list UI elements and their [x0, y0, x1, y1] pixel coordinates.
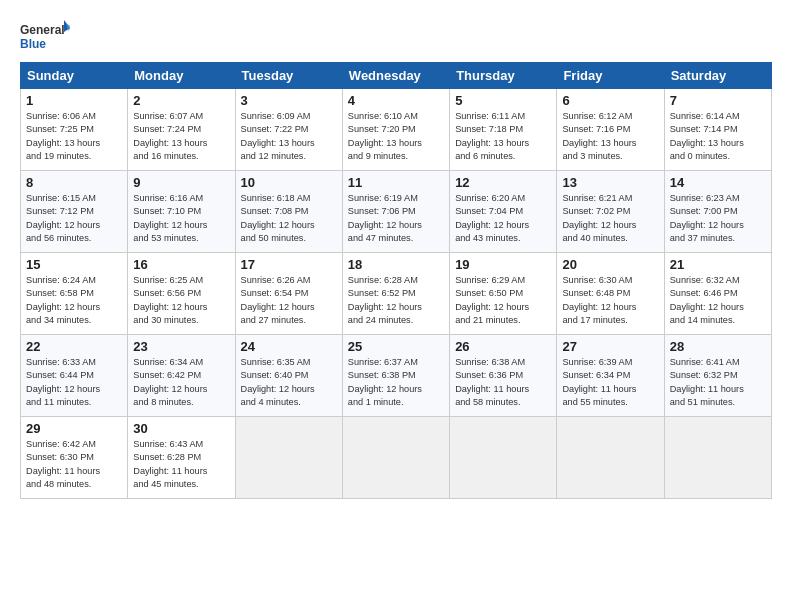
calendar-cell: 3Sunrise: 6:09 AM Sunset: 7:22 PM Daylig… [235, 89, 342, 171]
calendar-cell: 21Sunrise: 6:32 AM Sunset: 6:46 PM Dayli… [664, 253, 771, 335]
day-info: Sunrise: 6:09 AM Sunset: 7:22 PM Dayligh… [241, 110, 337, 163]
day-info: Sunrise: 6:43 AM Sunset: 6:28 PM Dayligh… [133, 438, 229, 491]
calendar-cell: 26Sunrise: 6:38 AM Sunset: 6:36 PM Dayli… [450, 335, 557, 417]
calendar-week-row: 1Sunrise: 6:06 AM Sunset: 7:25 PM Daylig… [21, 89, 772, 171]
day-number: 22 [26, 339, 122, 354]
calendar-cell [342, 417, 449, 499]
day-info: Sunrise: 6:37 AM Sunset: 6:38 PM Dayligh… [348, 356, 444, 409]
day-info: Sunrise: 6:28 AM Sunset: 6:52 PM Dayligh… [348, 274, 444, 327]
calendar-cell: 7Sunrise: 6:14 AM Sunset: 7:14 PM Daylig… [664, 89, 771, 171]
day-info: Sunrise: 6:11 AM Sunset: 7:18 PM Dayligh… [455, 110, 551, 163]
day-info: Sunrise: 6:34 AM Sunset: 6:42 PM Dayligh… [133, 356, 229, 409]
calendar-cell: 1Sunrise: 6:06 AM Sunset: 7:25 PM Daylig… [21, 89, 128, 171]
day-number: 5 [455, 93, 551, 108]
day-number: 10 [241, 175, 337, 190]
calendar-cell: 19Sunrise: 6:29 AM Sunset: 6:50 PM Dayli… [450, 253, 557, 335]
calendar-cell: 28Sunrise: 6:41 AM Sunset: 6:32 PM Dayli… [664, 335, 771, 417]
day-info: Sunrise: 6:12 AM Sunset: 7:16 PM Dayligh… [562, 110, 658, 163]
calendar-week-row: 22Sunrise: 6:33 AM Sunset: 6:44 PM Dayli… [21, 335, 772, 417]
day-info: Sunrise: 6:07 AM Sunset: 7:24 PM Dayligh… [133, 110, 229, 163]
calendar-header-row: SundayMondayTuesdayWednesdayThursdayFrid… [21, 63, 772, 89]
logo-svg: General Blue [20, 18, 70, 54]
calendar-cell: 24Sunrise: 6:35 AM Sunset: 6:40 PM Dayli… [235, 335, 342, 417]
calendar-cell: 10Sunrise: 6:18 AM Sunset: 7:08 PM Dayli… [235, 171, 342, 253]
day-info: Sunrise: 6:35 AM Sunset: 6:40 PM Dayligh… [241, 356, 337, 409]
day-info: Sunrise: 6:19 AM Sunset: 7:06 PM Dayligh… [348, 192, 444, 245]
calendar-cell: 22Sunrise: 6:33 AM Sunset: 6:44 PM Dayli… [21, 335, 128, 417]
day-info: Sunrise: 6:06 AM Sunset: 7:25 PM Dayligh… [26, 110, 122, 163]
calendar-cell: 20Sunrise: 6:30 AM Sunset: 6:48 PM Dayli… [557, 253, 664, 335]
calendar-cell: 6Sunrise: 6:12 AM Sunset: 7:16 PM Daylig… [557, 89, 664, 171]
day-info: Sunrise: 6:26 AM Sunset: 6:54 PM Dayligh… [241, 274, 337, 327]
day-number: 7 [670, 93, 766, 108]
logo: General Blue [20, 18, 70, 54]
calendar-cell: 25Sunrise: 6:37 AM Sunset: 6:38 PM Dayli… [342, 335, 449, 417]
calendar-cell: 9Sunrise: 6:16 AM Sunset: 7:10 PM Daylig… [128, 171, 235, 253]
calendar-cell: 29Sunrise: 6:42 AM Sunset: 6:30 PM Dayli… [21, 417, 128, 499]
page: General Blue SundayMondayTuesdayWednesda… [0, 0, 792, 509]
calendar-cell [664, 417, 771, 499]
calendar-cell: 8Sunrise: 6:15 AM Sunset: 7:12 PM Daylig… [21, 171, 128, 253]
day-number: 18 [348, 257, 444, 272]
day-number: 12 [455, 175, 551, 190]
day-info: Sunrise: 6:23 AM Sunset: 7:00 PM Dayligh… [670, 192, 766, 245]
day-number: 1 [26, 93, 122, 108]
weekday-header-friday: Friday [557, 63, 664, 89]
calendar-week-row: 8Sunrise: 6:15 AM Sunset: 7:12 PM Daylig… [21, 171, 772, 253]
day-info: Sunrise: 6:18 AM Sunset: 7:08 PM Dayligh… [241, 192, 337, 245]
calendar: SundayMondayTuesdayWednesdayThursdayFrid… [20, 62, 772, 499]
day-info: Sunrise: 6:39 AM Sunset: 6:34 PM Dayligh… [562, 356, 658, 409]
day-number: 13 [562, 175, 658, 190]
calendar-cell [235, 417, 342, 499]
calendar-cell: 30Sunrise: 6:43 AM Sunset: 6:28 PM Dayli… [128, 417, 235, 499]
day-number: 11 [348, 175, 444, 190]
day-number: 4 [348, 93, 444, 108]
svg-text:Blue: Blue [20, 37, 46, 51]
calendar-cell: 13Sunrise: 6:21 AM Sunset: 7:02 PM Dayli… [557, 171, 664, 253]
svg-text:General: General [20, 23, 65, 37]
day-info: Sunrise: 6:16 AM Sunset: 7:10 PM Dayligh… [133, 192, 229, 245]
day-number: 27 [562, 339, 658, 354]
day-number: 15 [26, 257, 122, 272]
calendar-week-row: 29Sunrise: 6:42 AM Sunset: 6:30 PM Dayli… [21, 417, 772, 499]
day-number: 9 [133, 175, 229, 190]
day-number: 21 [670, 257, 766, 272]
day-number: 16 [133, 257, 229, 272]
day-info: Sunrise: 6:10 AM Sunset: 7:20 PM Dayligh… [348, 110, 444, 163]
day-number: 23 [133, 339, 229, 354]
day-info: Sunrise: 6:32 AM Sunset: 6:46 PM Dayligh… [670, 274, 766, 327]
calendar-cell: 16Sunrise: 6:25 AM Sunset: 6:56 PM Dayli… [128, 253, 235, 335]
day-info: Sunrise: 6:38 AM Sunset: 6:36 PM Dayligh… [455, 356, 551, 409]
calendar-cell: 4Sunrise: 6:10 AM Sunset: 7:20 PM Daylig… [342, 89, 449, 171]
day-number: 2 [133, 93, 229, 108]
day-info: Sunrise: 6:15 AM Sunset: 7:12 PM Dayligh… [26, 192, 122, 245]
weekday-header-sunday: Sunday [21, 63, 128, 89]
calendar-cell: 18Sunrise: 6:28 AM Sunset: 6:52 PM Dayli… [342, 253, 449, 335]
day-number: 14 [670, 175, 766, 190]
calendar-cell: 5Sunrise: 6:11 AM Sunset: 7:18 PM Daylig… [450, 89, 557, 171]
weekday-header-wednesday: Wednesday [342, 63, 449, 89]
day-info: Sunrise: 6:14 AM Sunset: 7:14 PM Dayligh… [670, 110, 766, 163]
calendar-cell: 11Sunrise: 6:19 AM Sunset: 7:06 PM Dayli… [342, 171, 449, 253]
day-number: 25 [348, 339, 444, 354]
day-number: 3 [241, 93, 337, 108]
day-number: 6 [562, 93, 658, 108]
day-info: Sunrise: 6:29 AM Sunset: 6:50 PM Dayligh… [455, 274, 551, 327]
calendar-cell: 15Sunrise: 6:24 AM Sunset: 6:58 PM Dayli… [21, 253, 128, 335]
weekday-header-saturday: Saturday [664, 63, 771, 89]
calendar-cell [557, 417, 664, 499]
day-info: Sunrise: 6:24 AM Sunset: 6:58 PM Dayligh… [26, 274, 122, 327]
calendar-cell: 2Sunrise: 6:07 AM Sunset: 7:24 PM Daylig… [128, 89, 235, 171]
calendar-cell: 27Sunrise: 6:39 AM Sunset: 6:34 PM Dayli… [557, 335, 664, 417]
day-number: 19 [455, 257, 551, 272]
day-number: 26 [455, 339, 551, 354]
day-info: Sunrise: 6:21 AM Sunset: 7:02 PM Dayligh… [562, 192, 658, 245]
day-number: 30 [133, 421, 229, 436]
calendar-cell: 12Sunrise: 6:20 AM Sunset: 7:04 PM Dayli… [450, 171, 557, 253]
weekday-header-tuesday: Tuesday [235, 63, 342, 89]
day-number: 8 [26, 175, 122, 190]
day-number: 24 [241, 339, 337, 354]
day-number: 29 [26, 421, 122, 436]
calendar-cell [450, 417, 557, 499]
day-info: Sunrise: 6:20 AM Sunset: 7:04 PM Dayligh… [455, 192, 551, 245]
